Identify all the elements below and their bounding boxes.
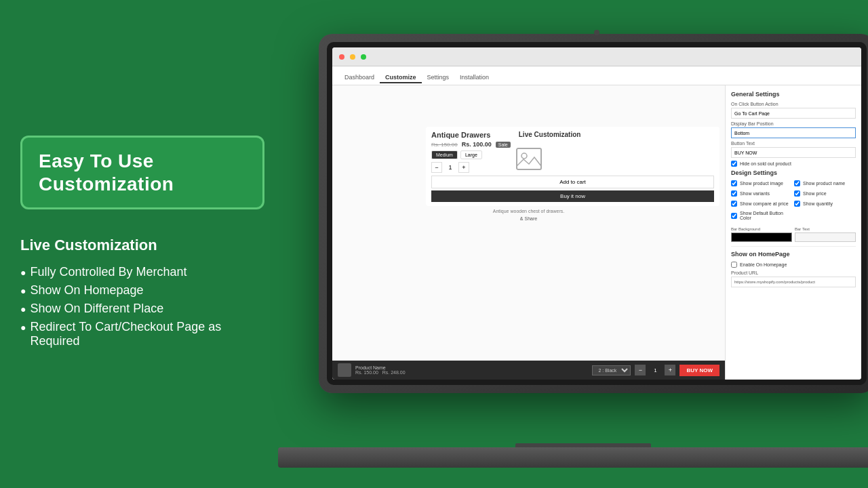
- original-price: Rs. 150.00: [431, 142, 458, 148]
- product-url-input[interactable]: [731, 277, 856, 287]
- show-product-name-row: Show product name: [794, 180, 856, 186]
- show-compare-price-checkbox[interactable]: [731, 201, 737, 207]
- hide-sold-out-checkbox[interactable]: [731, 161, 737, 167]
- qty-value: 1: [445, 164, 456, 171]
- bar-text-swatch[interactable]: [795, 232, 856, 242]
- svg-rect-0: [517, 148, 541, 169]
- qty-minus[interactable]: −: [431, 162, 442, 173]
- enable-homepage-checkbox[interactable]: [731, 262, 737, 268]
- bullet-item-2: Show On Homepage: [20, 283, 264, 298]
- show-product-image-label: Show product image: [740, 181, 783, 186]
- product-url-label: Product URL: [731, 270, 856, 275]
- show-compare-price-row: Show compare at price: [731, 201, 793, 207]
- bullet-item-1: Fully Controlled By Merchant: [20, 265, 264, 279]
- sticky-buy-button[interactable]: BUY NOW: [679, 365, 719, 376]
- sale-badge: Sale: [496, 142, 511, 148]
- sticky-product-name: Product Name: [355, 365, 588, 370]
- design-settings-title: Design Settings: [731, 169, 856, 176]
- tab-settings[interactable]: Settings: [422, 73, 455, 83]
- laptop-container: Dashboard Customize Settings Installatio…: [278, 34, 868, 474]
- main-area: Live Customization Antique Drawers: [332, 85, 861, 380]
- on-click-label: On Click Button Action: [731, 102, 856, 106]
- show-quantity-row: Show quantity: [794, 201, 856, 207]
- sticky-original-price: Rs. 150.00: [355, 370, 378, 375]
- size-buttons: Medium Large: [431, 150, 714, 159]
- hero-badge-text: Easy To Use Customization: [39, 150, 246, 195]
- size-btn-large[interactable]: Large: [460, 150, 482, 159]
- enable-homepage-label: Enable On Homepage: [740, 262, 787, 267]
- add-to-cart-button[interactable]: Add to cart: [431, 176, 714, 188]
- bar-text-label: Bar Text: [795, 227, 856, 231]
- bar-background-swatch[interactable]: [731, 232, 792, 242]
- left-panel: Easy To Use Customization Live Customiza…: [0, 0, 285, 488]
- hide-sold-out-row: Hide on sold out product: [731, 161, 856, 167]
- sticky-qty-minus[interactable]: −: [635, 365, 646, 375]
- laptop-screen-outer: Dashboard Customize Settings Installatio…: [319, 34, 868, 393]
- homepage-title: Show on HomePage: [731, 251, 856, 258]
- enable-homepage-row: Enable On Homepage: [731, 262, 856, 268]
- laptop-camera: [594, 30, 599, 35]
- on-click-input[interactable]: [731, 108, 856, 119]
- product-price-row: Rs. 150.00 Rs. 100.00 Sale: [431, 141, 714, 148]
- bar-background-label: Bar Background: [731, 227, 792, 231]
- svg-point-1: [521, 153, 527, 159]
- bar-background-box: Bar Background: [731, 227, 792, 242]
- show-product-name-label: Show product name: [803, 181, 845, 186]
- show-product-name-checkbox[interactable]: [794, 180, 800, 186]
- qty-row: − 1 +: [431, 162, 714, 173]
- show-variants-checkbox[interactable]: [731, 190, 737, 197]
- live-label: Live Customization: [515, 129, 585, 140]
- sticky-product-thumb: [338, 363, 351, 377]
- tab-customize[interactable]: Customize: [380, 73, 422, 83]
- screen-content: Dashboard Customize Settings Installatio…: [332, 47, 861, 380]
- general-settings-title: General Settings: [731, 91, 856, 98]
- show-default-button-color-checkbox[interactable]: [731, 213, 737, 219]
- show-product-image-checkbox[interactable]: [731, 180, 737, 186]
- show-quantity-checkbox[interactable]: [794, 201, 800, 207]
- bullet-item-4: Redirect To Cart/Checkout Page as Requir…: [20, 320, 264, 348]
- show-quantity-label: Show quantity: [803, 201, 833, 206]
- sticky-qty-value: 1: [650, 367, 660, 373]
- buy-now-button[interactable]: Buy it now: [431, 190, 714, 202]
- bullet-item-3: Show On Different Place: [20, 302, 264, 316]
- color-row: Bar Background Bar Text: [731, 227, 856, 242]
- show-variants-label: Show variants: [740, 191, 770, 196]
- display-bar-label: Display Bar Position: [731, 121, 856, 126]
- button-text-label: Button Text: [731, 141, 856, 146]
- hide-sold-out-label: Hide on sold out product: [740, 161, 791, 166]
- sticky-product-info: Product Name Rs. 150.00 Rs. 248.00: [355, 365, 588, 375]
- design-checkboxes-grid: Show product image Show product name Sho…: [731, 180, 856, 223]
- share-row: & Share: [338, 216, 719, 221]
- show-variants-row: Show variants: [731, 190, 793, 197]
- sticky-sale-price: Rs. 248.00: [382, 370, 406, 375]
- browser-dot-red: [339, 54, 344, 60]
- show-price-checkbox[interactable]: [794, 190, 800, 197]
- display-bar-input[interactable]: [731, 127, 856, 138]
- show-default-button-color-row: Show Default Button Color: [731, 211, 793, 220]
- browser-bar: [332, 47, 861, 66]
- settings-panel: General Settings On Click Button Action …: [726, 85, 861, 380]
- show-default-button-color-label: Show Default Button Color: [740, 211, 793, 220]
- show-price-label: Show price: [803, 191, 827, 196]
- size-btn-medium[interactable]: Medium: [431, 150, 458, 159]
- show-product-image-row: Show product image: [731, 180, 793, 186]
- product-area: Live Customization Antique Drawers: [332, 85, 726, 380]
- section-title: Live Customization: [20, 237, 264, 254]
- sticky-prices: Rs. 150.00 Rs. 248.00: [355, 370, 588, 375]
- show-compare-price-label: Show compare at price: [740, 201, 789, 206]
- sticky-bar: Product Name Rs. 150.00 Rs. 248.00 2 : B…: [332, 361, 725, 380]
- tab-installation[interactable]: Installation: [454, 73, 494, 83]
- product-description: Antique wooden chest of drawers.: [338, 209, 719, 214]
- browser-dot-green: [361, 54, 366, 60]
- button-text-input[interactable]: [731, 147, 856, 158]
- qty-plus[interactable]: +: [458, 162, 469, 173]
- sticky-bar-selector[interactable]: 2 : Black: [592, 365, 631, 375]
- browser-dot-yellow: [350, 54, 355, 60]
- laptop-bezel: Dashboard Customize Settings Installatio…: [327, 42, 867, 385]
- homepage-section: Show on HomePage Enable On Homepage Prod…: [731, 246, 856, 287]
- hero-badge: Easy To Use Customization: [20, 136, 264, 209]
- laptop-base: [278, 447, 868, 468]
- sale-price: Rs. 100.00: [462, 141, 492, 148]
- sticky-qty-plus[interactable]: +: [665, 365, 675, 375]
- tab-dashboard[interactable]: Dashboard: [339, 73, 380, 83]
